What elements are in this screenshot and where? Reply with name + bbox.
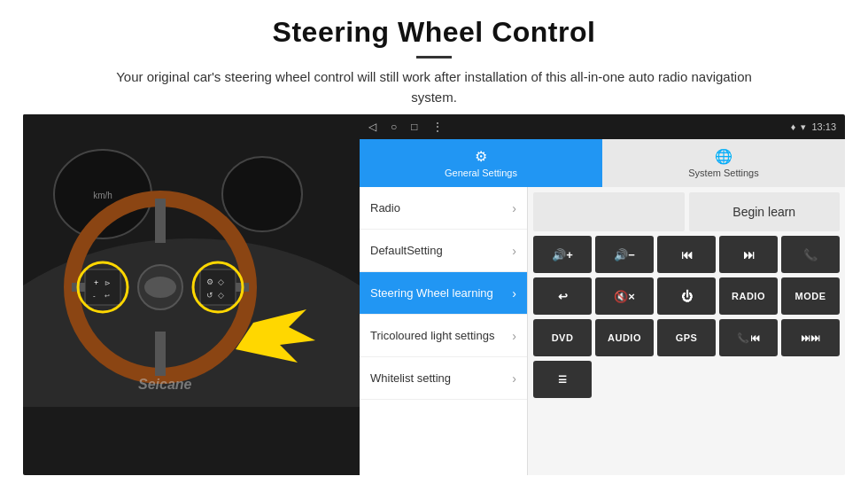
- dvd-button[interactable]: DVD: [533, 319, 592, 356]
- tab-general-settings[interactable]: ⚙ General Settings: [360, 139, 602, 187]
- home-nav-icon[interactable]: ○: [391, 121, 397, 133]
- list-button[interactable]: ☰: [533, 361, 592, 398]
- chevron-icon: ›: [512, 201, 516, 215]
- car-image-section: km/h + - ⊳ ↩: [23, 114, 360, 475]
- control-row-5: ☰: [533, 361, 840, 398]
- svg-text:◇: ◇: [218, 277, 224, 286]
- menu-tricoloured-label: Tricoloured light settings: [370, 329, 512, 342]
- status-right: ♦ ▾ 13:13: [791, 121, 836, 133]
- mute-button[interactable]: 🔇×: [595, 277, 654, 315]
- tab-general-label: General Settings: [445, 168, 517, 178]
- page-title: Steering Wheel Control: [35, 16, 833, 49]
- menu-item-default[interactable]: DefaultSetting ›: [360, 230, 527, 272]
- begin-learn-button[interactable]: Begin learn: [689, 192, 841, 231]
- control-row-3: ↩ 🔇× ⏻ RADIO MODE: [533, 277, 840, 315]
- menu-whitelist-label: Whitelist setting: [370, 371, 512, 385]
- chevron-icon: ›: [512, 286, 516, 301]
- back-nav-icon[interactable]: ◁: [368, 121, 376, 133]
- svg-text:⊳: ⊳: [105, 279, 111, 287]
- vol-down-icon: 🔊−: [614, 248, 635, 262]
- time-display: 13:13: [811, 121, 836, 132]
- tab-system-settings[interactable]: 🌐 System Settings: [602, 139, 845, 187]
- svg-text:Seicane: Seicane: [138, 377, 192, 392]
- svg-text:km/h: km/h: [93, 191, 112, 200]
- chevron-icon: ›: [512, 329, 516, 343]
- control-row-top: Begin learn: [533, 192, 840, 231]
- next-track-button[interactable]: ⏭: [719, 236, 778, 273]
- chevron-icon: ›: [512, 371, 516, 386]
- android-status-bar: ◁ ○ □ ⋮ ♦ ▾ 13:13: [360, 114, 845, 139]
- menu-item-tricoloured[interactable]: Tricoloured light settings ›: [360, 315, 527, 357]
- controls-panel: Begin learn 🔊+ 🔊− ⏮: [528, 187, 845, 475]
- wifi-icon: ▾: [801, 121, 806, 133]
- svg-text:↺: ↺: [206, 291, 213, 300]
- tab-system-label: System Settings: [688, 168, 758, 178]
- prev-track-button[interactable]: ⏮: [657, 236, 716, 273]
- phone-prev-icon: 📞⏮: [737, 332, 760, 344]
- back-icon: ↩: [558, 290, 568, 303]
- menu-item-whitelist[interactable]: Whitelist setting ›: [360, 357, 527, 400]
- menu-steering-label: Steering Wheel learning: [370, 286, 512, 300]
- svg-point-4: [222, 157, 302, 231]
- phone-button[interactable]: 📞: [781, 236, 840, 273]
- content-area: km/h + - ⊳ ↩: [0, 114, 868, 484]
- system-settings-icon: 🌐: [715, 148, 732, 165]
- svg-text:◇: ◇: [218, 291, 224, 300]
- prev-icon: ⏮: [681, 248, 693, 262]
- skip-next-button[interactable]: ⏭⏭: [781, 319, 840, 356]
- header-section: Steering Wheel Control Your original car…: [0, 0, 868, 114]
- audio-label: AUDIO: [608, 332, 641, 343]
- svg-text:↩: ↩: [105, 293, 110, 299]
- svg-text:⚙: ⚙: [206, 277, 213, 286]
- radio-label: RADIO: [732, 291, 765, 301]
- power-icon: ⏻: [681, 290, 693, 303]
- control-row-4: DVD AUDIO GPS 📞⏮ ⏭⏭: [533, 319, 840, 356]
- gps-icon: ♦: [791, 121, 796, 132]
- menu-list: Radio › DefaultSetting › Steering Wheel …: [360, 187, 528, 475]
- phone-icon: 📞: [803, 248, 818, 262]
- gps-button[interactable]: GPS: [657, 319, 716, 356]
- menu-item-steering[interactable]: Steering Wheel learning ›: [360, 272, 527, 315]
- general-settings-icon: ⚙: [475, 148, 487, 165]
- recents-nav-icon[interactable]: □: [411, 121, 417, 133]
- next-icon: ⏭: [743, 248, 755, 262]
- svg-text:-: -: [93, 292, 96, 300]
- mute-icon: 🔇×: [614, 290, 635, 303]
- mode-label: MODE: [795, 291, 826, 301]
- nav-icons: ◁ ○ □ ⋮: [368, 121, 443, 133]
- menu-item-radio[interactable]: Radio ›: [360, 187, 527, 230]
- subtitle: Your original car's steering wheel contr…: [97, 67, 771, 107]
- phone-prev-button[interactable]: 📞⏮: [719, 319, 778, 356]
- empty-slot: [533, 192, 685, 231]
- radio-button[interactable]: RADIO: [719, 277, 778, 315]
- vol-down-button[interactable]: 🔊−: [595, 236, 654, 273]
- gps-label: GPS: [676, 332, 698, 343]
- android-ui-section: ◁ ○ □ ⋮ ♦ ▾ 13:13 ⚙ General Settings: [360, 114, 845, 475]
- vol-up-button[interactable]: 🔊+: [533, 236, 592, 273]
- main-content: Radio › DefaultSetting › Steering Wheel …: [360, 187, 845, 475]
- menu-nav-icon[interactable]: ⋮: [432, 121, 443, 133]
- vol-up-icon: 🔊+: [552, 248, 573, 262]
- power-button[interactable]: ⏻: [657, 277, 716, 315]
- chevron-icon: ›: [512, 244, 516, 258]
- dvd-label: DVD: [552, 332, 574, 343]
- menu-radio-label: Radio: [370, 201, 512, 215]
- svg-rect-17: [200, 269, 236, 305]
- audio-button[interactable]: AUDIO: [595, 319, 654, 356]
- tab-bar: ⚙ General Settings 🌐 System Settings: [360, 139, 845, 187]
- title-divider: [416, 56, 452, 59]
- skip-next-icon: ⏭⏭: [801, 332, 821, 343]
- menu-default-label: DefaultSetting: [370, 244, 512, 257]
- svg-rect-12: [85, 269, 120, 305]
- mode-button[interactable]: MODE: [781, 277, 840, 315]
- svg-point-11: [144, 277, 176, 298]
- back-button[interactable]: ↩: [533, 277, 592, 315]
- list-icon: ☰: [558, 374, 567, 386]
- control-row-2: 🔊+ 🔊− ⏮ ⏭ 📞: [533, 236, 840, 273]
- svg-text:+: +: [94, 278, 98, 287]
